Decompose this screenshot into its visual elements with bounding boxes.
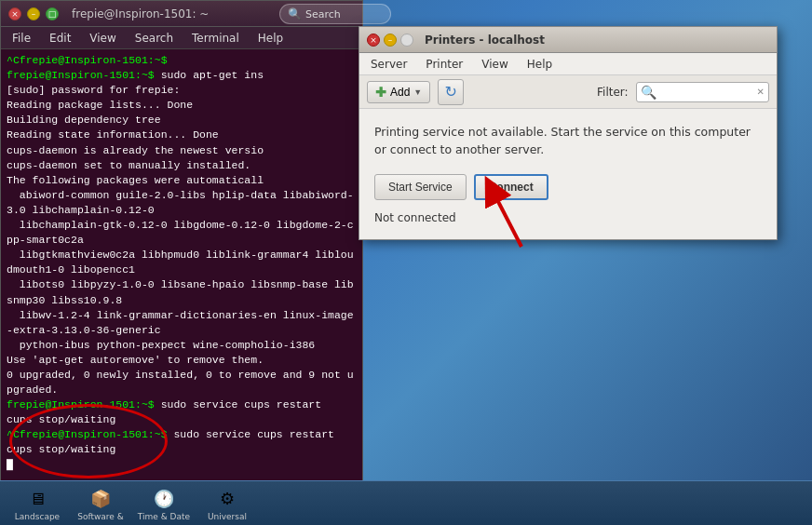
terminal-menu-edit[interactable]: Edit xyxy=(46,30,74,47)
add-button-label: Add xyxy=(390,86,410,99)
terminal-menu-terminal[interactable]: Terminal xyxy=(188,30,243,47)
dialog-title: Printers - localhost xyxy=(425,34,545,47)
printers-dialog: × – Printers - localhost Server Printer … xyxy=(359,26,778,240)
terminal-line: frepie@Inspiron-1501:~$ sudo service cup… xyxy=(7,397,357,412)
terminal-menu-file[interactable]: File xyxy=(8,30,34,47)
taskbar-app-landscape[interactable]: 🖥 Landscape xyxy=(7,483,67,523)
terminal-line: cups stop/waiting xyxy=(7,412,357,427)
dialog-menu-printer[interactable]: Printer xyxy=(422,56,467,73)
search-label: Search xyxy=(305,8,341,20)
terminal-window: × – □ frepie@Inspiron-1501: ~ File Edit … xyxy=(0,0,363,525)
terminal-line: Building dependency tree xyxy=(7,113,357,128)
terminal-menubar: File Edit View Search Terminal Help xyxy=(1,27,362,49)
terminal-line: 0 upgraded, 0 newly installed, 0 to remo… xyxy=(7,368,357,397)
dialog-menubar: Server Printer View Help xyxy=(359,53,777,75)
terminal-line: python-ibus python-pexpect wine-compholi… xyxy=(7,338,357,353)
filter-input-wrapper: 🔍 ✕ xyxy=(636,82,769,102)
connection-status: Not connected xyxy=(374,211,762,224)
refresh-icon: ↻ xyxy=(445,83,457,101)
start-service-button[interactable]: Start Service xyxy=(374,174,467,200)
top-search-bar[interactable]: 🔍 Search xyxy=(279,4,391,24)
dialog-close-button[interactable]: × xyxy=(367,34,380,47)
terminal-line: libots0 libpyzy-1.0-0 libsane-hpaio libs… xyxy=(7,277,357,307)
taskbar-app-software[interactable]: 📦 Software & xyxy=(71,483,130,523)
terminal-line: Use 'apt-get autoremove' to remove them. xyxy=(7,353,357,368)
terminal-cursor: █ xyxy=(7,458,357,473)
terminal-line: libchamplain-gtk-0.12-0 libgdome-0.12-0 … xyxy=(7,218,357,248)
filter-label: Filter: xyxy=(597,86,629,99)
terminal-line: Reading state information... Done xyxy=(7,128,357,142)
terminal-line: frepie@Inspiron-1501:~$ sudo apt-get ins xyxy=(7,68,357,83)
terminal-line: libgtkmathview0c2a libhpmud0 liblink-gra… xyxy=(7,248,357,277)
terminal-line: [sudo] password for frepie: xyxy=(7,83,357,98)
terminal-line: Reading package lists... Done xyxy=(7,98,357,113)
terminal-line: ^Cfrepie@Inspiron-1501:~$ xyxy=(7,53,357,68)
dialog-menu-view[interactable]: View xyxy=(478,56,511,73)
taskbar-app-timedate[interactable]: 🕐 Time & Date xyxy=(134,483,194,523)
terminal-line: libwv-1.2-4 link-grammar-dictionaries-en… xyxy=(7,308,357,338)
desktop: 🔍 Search × – □ frepie@Inspiron-1501: ~ F… xyxy=(0,0,812,525)
taskbar-timedate-icon: 🕐 xyxy=(151,485,177,511)
dialog-titlebar: × – Printers - localhost xyxy=(359,27,777,53)
filter-input[interactable] xyxy=(660,86,753,99)
dialog-maximize-button[interactable] xyxy=(400,34,413,47)
terminal-maximize-button[interactable]: □ xyxy=(46,7,59,20)
taskbar-app-universal[interactable]: ⚙ Universal xyxy=(197,483,257,523)
dialog-menu-help[interactable]: Help xyxy=(523,56,556,73)
terminal-line: cups-daemon is already the newest versio xyxy=(7,143,357,158)
taskbar-universal-label: Universal xyxy=(208,512,247,521)
taskbar-landscape-icon: 🖥 xyxy=(24,485,50,511)
add-dropdown-icon: ▼ xyxy=(413,88,422,97)
taskbar-universal-icon: ⚙ xyxy=(214,485,240,511)
taskbar: 🖥 Landscape 📦 Software & 🕐 Time & Date ⚙… xyxy=(0,480,812,525)
terminal-line: cups stop/waiting xyxy=(7,442,357,457)
dialog-toolbar: ✚ Add ▼ ↻ Filter: 🔍 ✕ xyxy=(359,75,777,109)
dialog-minimize-button[interactable]: – xyxy=(384,34,397,47)
filter-clear-button[interactable]: ✕ xyxy=(757,87,765,97)
terminal-menu-search[interactable]: Search xyxy=(131,30,177,47)
dialog-menu-server[interactable]: Server xyxy=(367,56,411,73)
taskbar-software-icon: 📦 xyxy=(88,485,114,511)
taskbar-timedate-label: Time & Date xyxy=(138,512,190,521)
taskbar-software-label: Software & xyxy=(77,512,124,521)
refresh-button[interactable]: ↻ xyxy=(438,79,464,105)
terminal-line: The following packages were automaticall xyxy=(7,173,357,188)
taskbar-landscape-label: Landscape xyxy=(15,512,60,521)
terminal-close-button[interactable]: × xyxy=(8,7,21,20)
terminal-title: frepie@Inspiron-1501: ~ xyxy=(72,7,209,20)
dialog-buttons: Start Service Connect xyxy=(374,174,762,200)
terminal-menu-view[interactable]: View xyxy=(86,30,119,47)
dialog-body: Printing service not available. Start th… xyxy=(359,109,777,239)
terminal-content[interactable]: ^Cfrepie@Inspiron-1501:~$ frepie@Inspiro… xyxy=(1,49,362,524)
terminal-line: cups-daemon set to manually installed. xyxy=(7,158,357,173)
add-icon: ✚ xyxy=(375,85,386,100)
connect-button[interactable]: Connect xyxy=(474,174,548,200)
search-icon: 🔍 xyxy=(288,7,302,20)
filter-search-icon: 🔍 xyxy=(641,85,656,100)
terminal-menu-help[interactable]: Help xyxy=(254,30,287,47)
add-printer-button[interactable]: ✚ Add ▼ xyxy=(367,81,430,103)
terminal-minimize-button[interactable]: – xyxy=(27,7,40,20)
terminal-line: ^Cfrepie@Inspiron-1501:~$ sudo service c… xyxy=(7,427,357,442)
status-message: Printing service not available. Start th… xyxy=(374,124,762,159)
terminal-line: abiword-common guile-2.0-libs hplip-data… xyxy=(7,188,357,218)
